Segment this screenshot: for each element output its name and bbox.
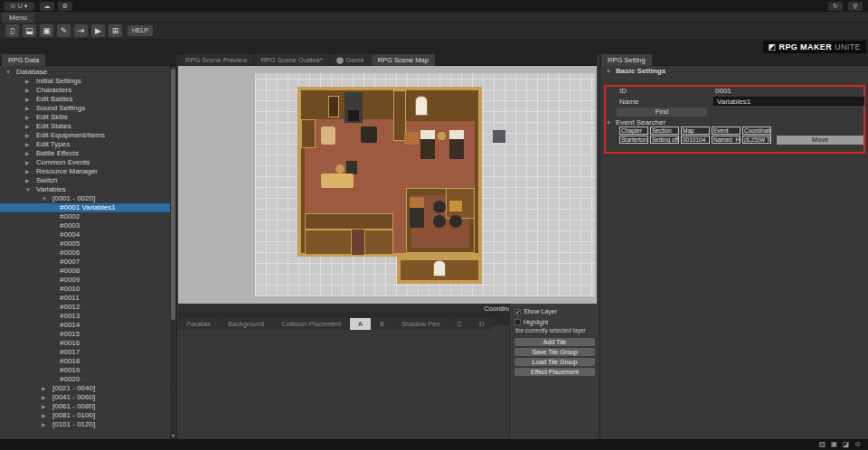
layer-tab-b[interactable]: B: [372, 318, 392, 330]
search-button[interactable]: ⚲: [848, 2, 863, 11]
foldout-collapsed-icon[interactable]: ▶: [25, 113, 30, 122]
tree-item-initial-settings[interactable]: ▶Initial Settings: [0, 77, 170, 86]
name-input[interactable]: Variables1: [713, 97, 864, 106]
layer-tab-background[interactable]: Background: [220, 318, 272, 330]
tilemap-button[interactable]: ⊞: [108, 24, 122, 37]
tree-item--0005[interactable]: #0005: [0, 239, 170, 248]
foldout-collapsed-icon[interactable]: ▶: [42, 393, 46, 402]
foldout-collapsed-icon[interactable]: ▶: [25, 149, 30, 158]
tree-item-variables[interactable]: ▼Variables: [0, 185, 170, 194]
load-tile-group-button[interactable]: Load Tile Group: [514, 358, 595, 366]
collab-status-icon[interactable]: ◪: [841, 440, 851, 449]
map-canvas[interactable]: [178, 66, 597, 304]
foldout-collapsed-icon[interactable]: ▶: [42, 411, 46, 420]
tree-item--0017[interactable]: #0017: [0, 348, 170, 357]
tree-item-sound-settings[interactable]: ▶Sound Settings: [0, 104, 170, 113]
foldout-collapsed-icon[interactable]: ▶: [25, 95, 30, 104]
tree-item-database[interactable]: ▼Database: [0, 68, 170, 77]
tree-item-battle-effects[interactable]: ▶Battle Effects: [0, 149, 170, 158]
import-button[interactable]: ⇥: [74, 24, 88, 37]
history-button[interactable]: ↻: [828, 2, 843, 11]
save-button[interactable]: ▣: [40, 24, 53, 37]
tree-item--0061-0080-[interactable]: ▶[0061 - 0080]: [0, 402, 170, 411]
services-button[interactable]: ⚙: [58, 2, 72, 11]
foldout-collapsed-icon[interactable]: ▶: [25, 158, 30, 167]
tree-item--0018[interactable]: #0018: [0, 357, 170, 366]
move-button[interactable]: Move: [777, 136, 863, 145]
menu-button[interactable]: Menu: [2, 13, 34, 23]
tree-item--0003[interactable]: #0003: [0, 221, 170, 230]
brush-status-icon[interactable]: ▨: [817, 440, 827, 449]
tree-item--0012[interactable]: #0012: [0, 303, 170, 312]
open-folder-button[interactable]: ⬓: [23, 24, 36, 37]
foldout-collapsed-icon[interactable]: ▶: [42, 384, 46, 393]
layer-tab-collision-placement[interactable]: Collision Placement: [273, 318, 349, 330]
tab-rpg-scene-map[interactable]: RPG Scene Map: [372, 54, 435, 66]
table-cell[interactable]: 0010104_St: [681, 136, 710, 144]
foldout-expanded-icon[interactable]: ▼: [25, 185, 31, 194]
tree-item--0006[interactable]: #0006: [0, 248, 170, 258]
add-tile-button[interactable]: Add Tile: [514, 338, 595, 346]
tree-item--0014[interactable]: #0014: [0, 321, 170, 330]
tree-item--0021-0040-[interactable]: ▶[0021 - 0040]: [0, 384, 170, 393]
table-cell[interactable]: Setting off: [650, 136, 679, 144]
tree-item--0015[interactable]: #0015: [0, 330, 170, 339]
tree-item--0016[interactable]: #0016: [0, 339, 170, 348]
tree-item-edit-states[interactable]: ▶Edit States: [0, 122, 170, 131]
table-cell[interactable]: (6,25)W Tow: [742, 136, 771, 144]
foldout-expanded-icon[interactable]: ▼: [5, 68, 11, 77]
tree-item--0007[interactable]: #0007: [0, 258, 170, 267]
play-button[interactable]: ▶: [91, 24, 105, 37]
tab-rpg-scene-preview[interactable]: RPG Scene Preview: [179, 54, 253, 66]
tree-item-edit-equipment-items[interactable]: ▶Edit Equipment/Items: [0, 131, 170, 140]
tab-rpg-setting[interactable]: RPG Setting: [601, 54, 652, 66]
foldout-collapsed-icon[interactable]: ▶: [25, 167, 30, 176]
layer-tab-d[interactable]: D: [471, 318, 492, 330]
tree-item--0002[interactable]: #0002: [0, 212, 170, 221]
tree-item--0011[interactable]: #0011: [0, 294, 170, 303]
edit-pencil-button[interactable]: ✎: [57, 24, 71, 37]
table-cell[interactable]: Named_Ho: [712, 136, 741, 144]
highlight-option[interactable]: Highlight: [514, 318, 548, 326]
find-button[interactable]: Find: [617, 108, 707, 117]
foldout-collapsed-icon[interactable]: ▶: [42, 402, 46, 411]
save-tile-group-button[interactable]: Save Tile Group: [514, 348, 595, 356]
new-file-button[interactable]: ▯: [5, 24, 19, 37]
foldout-expanded-icon[interactable]: ▼: [42, 194, 47, 203]
effect-placement-button[interactable]: Effect Placement: [514, 368, 595, 376]
highlight-checkbox[interactable]: [514, 319, 521, 325]
tree-item-characters[interactable]: ▶Characters: [0, 86, 170, 95]
tree-item-common-events[interactable]: ▶Common Events: [0, 158, 170, 167]
tree-item--0010[interactable]: #0010: [0, 285, 170, 294]
tree-item--0013[interactable]: #0013: [0, 312, 170, 321]
tree-item--0004[interactable]: #0004: [0, 230, 170, 239]
tree-item--0081-0100-[interactable]: ▶[0081 - 0100]: [0, 411, 170, 420]
tree-item-resource-manager[interactable]: ▶Resource Manager: [0, 167, 170, 176]
basic-settings-foldout[interactable]: ▼ Basic Settings: [600, 67, 868, 76]
tree-item--0009[interactable]: #0009: [0, 276, 170, 285]
foldout-collapsed-icon[interactable]: ▶: [42, 420, 46, 429]
help-button[interactable]: HELP: [127, 25, 153, 36]
tab-rpg-scene-outline-[interactable]: RPG Scene Outline*: [254, 54, 328, 66]
foldout-collapsed-icon[interactable]: ▶: [25, 77, 30, 86]
tree-item--0008[interactable]: #0008: [0, 267, 170, 276]
table-cell[interactable]: Starterton: [619, 136, 648, 144]
foldout-collapsed-icon[interactable]: ▶: [25, 131, 30, 140]
tree-scrollbar-down-arrow[interactable]: ▾: [170, 432, 176, 438]
account-button[interactable]: ⊙ U ▾: [4, 2, 34, 11]
package-status-icon[interactable]: ▣: [829, 440, 839, 449]
tree-item-edit-types[interactable]: ▶Edit Types: [0, 140, 170, 149]
layer-tab-parallax[interactable]: Parallax: [178, 318, 219, 330]
show-layer-checkbox[interactable]: ✓: [514, 309, 521, 315]
tab-rpg-data[interactable]: RPG Data: [2, 54, 45, 66]
tree-scrollbar[interactable]: ▾: [170, 66, 176, 439]
foldout-collapsed-icon[interactable]: ▶: [25, 86, 30, 95]
foldout-collapsed-icon[interactable]: ▶: [25, 176, 30, 185]
tree-item--0001-variables1[interactable]: #0001 Variables1: [0, 203, 170, 212]
cloud-button[interactable]: ☁: [40, 2, 54, 11]
tab-game[interactable]: ⬤ Game: [330, 54, 371, 66]
layer-tab-shadow-pen[interactable]: Shadow Pen: [393, 318, 448, 330]
progress-status-icon[interactable]: ⊙: [853, 440, 863, 449]
layer-tab-c[interactable]: C: [449, 318, 470, 330]
show-layer-option[interactable]: ✓Show Layer: [514, 307, 557, 315]
